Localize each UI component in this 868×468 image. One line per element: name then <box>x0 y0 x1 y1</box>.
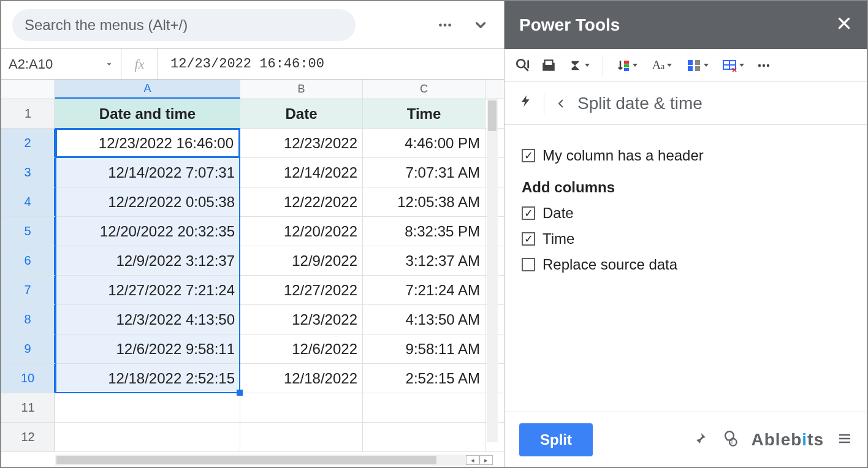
panel-footer: Split i Ablebits <box>504 412 867 467</box>
text-case-icon[interactable]: Aa <box>645 53 679 78</box>
cell[interactable]: 12/6/2022 9:58:11 <box>55 334 240 363</box>
cell[interactable]: 2:52:15 AM <box>363 364 485 393</box>
close-icon[interactable] <box>836 15 852 36</box>
scroll-right-icon[interactable]: ▸ <box>479 455 493 465</box>
split-cells-icon[interactable] <box>680 53 715 78</box>
cell[interactable] <box>55 423 240 451</box>
row-header[interactable]: 9 <box>1 334 55 363</box>
cell[interactable]: 9:58:11 AM <box>363 334 485 363</box>
cell[interactable]: 8:32:35 PM <box>363 217 485 246</box>
dedupe-icon[interactable] <box>511 53 535 78</box>
time-checkbox-label: Time <box>542 230 574 247</box>
cell[interactable]: 7:21:24 AM <box>363 276 485 304</box>
scroll-left-icon[interactable]: ◂ <box>466 455 479 465</box>
table-remove-icon[interactable]: × <box>716 53 750 78</box>
cell[interactable]: 12:05:38 AM <box>363 187 485 216</box>
replace-checkbox-label: Replace source data <box>542 256 677 273</box>
panel-header: Power Tools <box>504 1 867 49</box>
cell[interactable]: 12/23/2022 <box>240 129 363 157</box>
cell[interactable]: 12/20/2022 20:32:35 <box>55 217 240 246</box>
row-header[interactable]: 4 <box>1 187 55 216</box>
namebox-dropdown-icon[interactable] <box>105 56 113 72</box>
svg-point-0 <box>439 23 442 26</box>
cell[interactable]: 3:12:37 AM <box>363 246 485 275</box>
bolt-icon[interactable] <box>519 92 533 114</box>
cell[interactable]: Date <box>240 99 363 128</box>
merge-icon[interactable] <box>536 53 561 78</box>
cell[interactable]: 12/22/2022 <box>240 187 363 216</box>
more-tools-icon[interactable] <box>752 53 776 78</box>
cell[interactable]: Date and time <box>55 99 240 128</box>
vscroll-thumb[interactable] <box>488 100 497 131</box>
cell[interactable] <box>55 393 240 422</box>
row-header[interactable]: 11 <box>1 393 55 422</box>
select-all-corner[interactable] <box>1 80 55 99</box>
row-header[interactable]: 10 <box>1 364 55 393</box>
row-header[interactable]: 7 <box>1 276 55 304</box>
cell[interactable]: 12/22/2022 0:05:38 <box>55 187 240 216</box>
cell[interactable] <box>363 393 485 422</box>
header-checkbox[interactable]: My column has a header <box>522 147 850 164</box>
vertical-scrollbar[interactable] <box>487 99 498 442</box>
cell[interactable]: 12/20/2022 <box>240 217 363 246</box>
date-checkbox-label: Date <box>542 205 574 222</box>
column-header-c[interactable]: C <box>363 80 485 99</box>
cell[interactable]: 7:07:31 AM <box>363 158 485 187</box>
pin-icon[interactable] <box>693 431 707 448</box>
formula-input[interactable]: 12/23/2022 16:46:00 <box>158 56 504 72</box>
cell[interactable] <box>240 423 363 451</box>
svg-rect-10 <box>624 68 629 71</box>
column-header-b[interactable]: B <box>240 80 363 99</box>
row-header[interactable]: 1 <box>1 99 55 128</box>
cell[interactable]: 12/6/2022 <box>240 334 363 363</box>
add-columns-title: Add columns <box>522 179 850 196</box>
menu-search[interactable]: Search the menus (Alt+/) <box>12 9 356 41</box>
replace-checkbox[interactable]: Replace source data <box>522 256 850 273</box>
cell[interactable] <box>240 393 363 422</box>
row-header[interactable]: 3 <box>1 158 55 187</box>
horizontal-scrollbar[interactable]: ◂ ▸ <box>55 455 493 466</box>
panel-toolbar: Aa × <box>504 49 867 82</box>
row-header[interactable]: 12 <box>1 423 55 451</box>
cell[interactable]: 12/3/2022 4:13:50 <box>55 305 240 334</box>
cell[interactable]: 12/27/2022 7:21:24 <box>55 276 240 304</box>
row-header[interactable]: 8 <box>1 305 55 334</box>
cell[interactable]: 12/9/2022 3:12:37 <box>55 246 240 275</box>
time-checkbox[interactable]: Time <box>522 230 850 247</box>
sigma-icon[interactable] <box>562 53 596 78</box>
hscroll-thumb[interactable] <box>56 456 436 464</box>
date-checkbox[interactable]: Date <box>522 205 850 222</box>
svg-text:×: × <box>732 65 737 73</box>
cell[interactable] <box>363 423 485 451</box>
cell[interactable]: 12/27/2022 <box>240 276 363 304</box>
cell[interactable]: 12/14/2022 <box>240 158 363 187</box>
cell[interactable]: 12/9/2022 <box>240 246 363 275</box>
more-icon[interactable] <box>433 13 457 37</box>
row-header[interactable]: 2 <box>1 129 55 157</box>
cell[interactable]: 12/18/2022 <box>240 364 363 393</box>
cell[interactable]: 12/23/2022 16:46:00 <box>55 129 240 157</box>
row-header[interactable]: 6 <box>1 246 55 275</box>
chevron-down-icon[interactable] <box>468 13 493 37</box>
cell[interactable]: 12/14/2022 7:07:31 <box>55 158 240 187</box>
brand-label[interactable]: Ablebits <box>752 430 824 450</box>
fx-icon: fx <box>121 49 158 79</box>
svg-point-22 <box>729 439 737 446</box>
back-icon[interactable] <box>555 94 566 113</box>
cell[interactable]: 12/3/2022 <box>240 305 363 334</box>
column-header-a[interactable]: A <box>55 80 240 99</box>
name-box-value: A2:A10 <box>9 56 53 72</box>
sort-colors-icon[interactable] <box>609 53 644 78</box>
cell[interactable]: 4:13:50 AM <box>363 305 485 334</box>
row-header[interactable]: 5 <box>1 217 55 246</box>
split-button[interactable]: Split <box>519 423 593 456</box>
cell[interactable]: Time <box>363 99 485 128</box>
cell[interactable]: 4:46:00 PM <box>363 129 485 157</box>
menu-icon[interactable] <box>837 431 852 448</box>
cell[interactable]: 12/18/2022 2:52:15 <box>55 364 240 393</box>
grid[interactable]: A B C 1Date and timeDateTime212/23/2022 … <box>1 80 504 452</box>
info-icon[interactable]: i <box>721 430 738 450</box>
name-box[interactable]: A2:A10 <box>1 49 121 79</box>
svg-rect-11 <box>688 60 693 65</box>
formula-bar: A2:A10 fx 12/23/2022 16:46:00 <box>1 49 504 80</box>
